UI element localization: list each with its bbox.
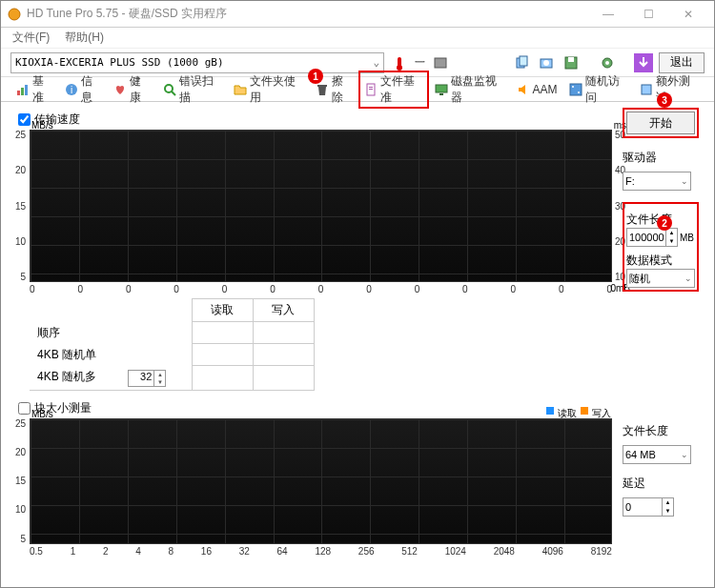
spin-up-icon[interactable]: ▲ <box>663 498 673 507</box>
chevron-down-icon: ⌄ <box>681 450 688 459</box>
spin-down-icon[interactable]: ▼ <box>154 378 165 386</box>
svg-point-7 <box>543 60 549 66</box>
drive-label: 驱动器 <box>623 150 699 166</box>
cell-4km-read <box>192 366 253 391</box>
svg-rect-5 <box>520 56 527 66</box>
cell-4ks-write <box>253 344 314 366</box>
marker-3: 3 <box>657 92 672 108</box>
svg-rect-3 <box>435 58 446 68</box>
menu-help[interactable]: 帮助(H) <box>59 28 110 48</box>
search-icon <box>163 83 176 96</box>
side-panel: 3 开始 驱动器 F:⌄ 2 文件长度 100000▲▼ MB 数据模式 随机⌄… <box>623 106 699 557</box>
chart-transfer <box>30 130 612 282</box>
tab-errorscan[interactable]: 错误扫描 <box>157 71 228 109</box>
svg-rect-13 <box>21 88 24 95</box>
spin-down-icon[interactable]: ▼ <box>663 507 673 516</box>
file-icon <box>364 83 378 96</box>
window-title: HD Tune Pro 5.75 - 硬盘/SSD 实用程序 <box>27 6 588 22</box>
col-write: 写入 <box>253 299 314 322</box>
transfer-speed-checkbox[interactable] <box>18 113 31 126</box>
svg-rect-19 <box>317 85 327 87</box>
chart-blocksize <box>30 418 612 544</box>
speaker-icon <box>517 83 530 96</box>
tab-folder[interactable]: 文件夹使用 <box>228 71 310 109</box>
svg-text:i: i <box>71 85 72 95</box>
minimize-button[interactable]: — <box>588 2 628 27</box>
chevron-down-icon: ⌄ <box>681 176 688 186</box>
svg-rect-22 <box>369 89 373 90</box>
svg-rect-14 <box>25 85 28 95</box>
chart1-y-left: 252015105 <box>10 130 28 282</box>
datamode-select[interactable]: 随机⌄ <box>626 269 695 288</box>
folder-icon <box>234 83 247 96</box>
filelen-input[interactable]: 100000▲▼ <box>626 228 678 247</box>
download-icon[interactable] <box>634 53 653 72</box>
save-icon[interactable] <box>562 53 581 72</box>
marker-1: 1 <box>308 69 323 84</box>
cell-4km-write <box>253 366 314 391</box>
row-4k-single: 4KB 随机单 <box>37 348 96 361</box>
row-seq: 顺序 <box>37 326 60 339</box>
tab-random[interactable]: 随机访问 <box>563 71 634 109</box>
delay-label: 延迟 <box>623 476 699 492</box>
extra-icon <box>640 83 653 96</box>
monitor-icon <box>435 83 448 96</box>
filelen2-label: 文件长度 <box>623 423 699 439</box>
trash-icon <box>316 83 329 96</box>
filelen2-select[interactable]: 64 MB⌄ <box>623 445 691 464</box>
maximize-button[interactable]: ☐ <box>628 2 668 27</box>
spin-up-icon[interactable]: ▲ <box>154 371 165 378</box>
svg-rect-28 <box>642 85 651 94</box>
col-read: 读取 <box>192 299 253 322</box>
temperature-icon[interactable] <box>390 53 409 72</box>
info-icon: i <box>65 83 78 96</box>
temp-dash: 一 <box>415 55 425 70</box>
tab-diskmon[interactable]: 磁盘监视器 <box>429 71 511 109</box>
blocksize-checkbox[interactable] <box>18 402 31 415</box>
start-button[interactable]: 开始 <box>626 112 695 134</box>
chevron-down-icon: ⌄ <box>684 274 692 283</box>
settings-icon[interactable] <box>598 53 617 72</box>
chart-icon <box>16 83 30 96</box>
health-icon <box>113 83 127 96</box>
hdd-icon[interactable] <box>431 53 450 72</box>
tab-basic[interactable]: 基准 <box>10 71 59 109</box>
menu-file[interactable]: 文件(F) <box>7 28 55 48</box>
svg-rect-24 <box>439 93 443 95</box>
multi-queue-input[interactable]: 32▲▼ <box>128 370 166 387</box>
marker-2: 2 <box>657 215 672 231</box>
legend-write-swatch <box>581 407 588 415</box>
app-icon <box>7 7 22 22</box>
tab-filebench[interactable]: 文件基准 <box>358 71 429 109</box>
svg-point-11 <box>605 61 609 65</box>
cell-4ks-read <box>192 344 253 366</box>
svg-rect-12 <box>17 91 20 95</box>
svg-point-26 <box>572 86 574 88</box>
tabbar: 基准 i信息 健康 错误扫描 文件夹使用 擦除 1 文件基准 磁盘监视器 AAM… <box>1 77 714 102</box>
copy-icon[interactable] <box>512 53 531 72</box>
cell-seq-write <box>253 322 314 344</box>
spin-down-icon[interactable]: ▼ <box>666 237 677 246</box>
svg-rect-25 <box>570 84 582 95</box>
tab-info[interactable]: i信息 <box>59 71 108 109</box>
titlebar: HD Tune Pro 5.75 - 硬盘/SSD 实用程序 — ☐ ✕ <box>1 1 714 28</box>
tab-aam[interactable]: AAM <box>511 80 563 99</box>
svg-point-0 <box>9 9 20 20</box>
screenshot-icon[interactable] <box>537 53 556 72</box>
svg-line-18 <box>172 91 175 95</box>
spin-up-icon[interactable]: ▲ <box>666 229 677 237</box>
delay-input[interactable]: 0▲▼ <box>623 497 674 517</box>
random-icon <box>569 83 582 96</box>
drive-select-value: KIOXIA-EXCERIA PLUS SSD (1000 gB) <box>15 56 224 69</box>
tab-health[interactable]: 健康 <box>108 71 156 109</box>
drive-letter-select[interactable]: F:⌄ <box>623 172 691 191</box>
main-panel: 传输速度 252015105 MB/s ms 5040302010 0mB 00… <box>10 106 613 557</box>
svg-point-17 <box>165 85 173 92</box>
menubar: 文件(F) 帮助(H) <box>1 28 714 49</box>
close-button[interactable]: ✕ <box>668 2 708 27</box>
chart2-x-axis: 0.512481632641282565121024204840968192 <box>30 544 612 557</box>
svg-rect-9 <box>568 57 574 62</box>
datamode-label: 数据模式 <box>626 253 695 269</box>
chevron-down-icon: ⌄ <box>373 56 379 69</box>
chart1-x-axis: 0000000000000 <box>30 282 612 294</box>
